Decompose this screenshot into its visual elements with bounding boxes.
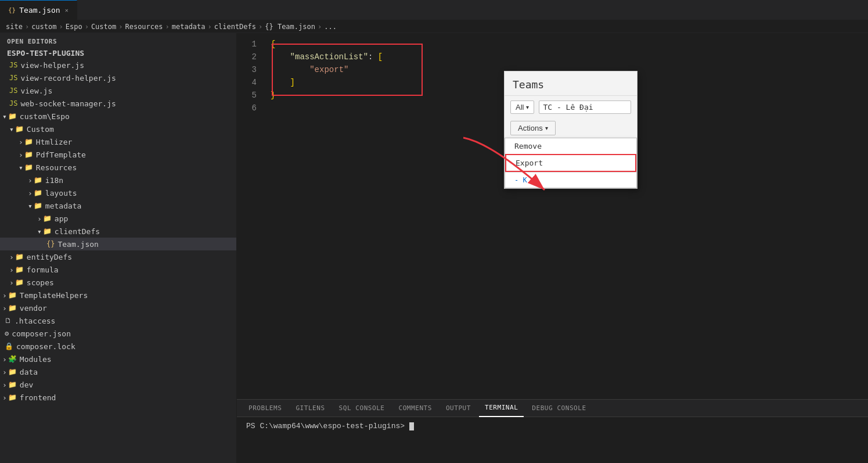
tree-i18n[interactable]: › 📁 i18n [0,174,236,186]
chevron-right-icon: › [37,214,42,223]
tree-custom-espo[interactable]: ▾ 📁 custom\Espo [0,110,236,123]
teams-row-partial: - K [505,172,636,188]
espo-test-plugins-group[interactable]: ESPO-TEST-PLUGINS [0,48,236,59]
panel-tab-problems[interactable]: PROBLEMS [243,400,287,417]
chevron-right-icon: › [2,291,7,300]
teams-actions-dropdown: Remove Export - K [505,138,637,188]
js-icon: JS [9,99,17,107]
tree-modules[interactable]: › 🧩 Modules [0,353,236,365]
tree-composer-lock[interactable]: 🔒 composer.lock [0,340,236,353]
tree-custom[interactable]: ▾ 📁 Custom [0,123,236,135]
tree-entitydefs[interactable]: › 📁 entityDefs [0,250,236,263]
tab-bar: {} Team.json ✕ [0,0,868,20]
main-layout: OPEN EDITORS ESPO-TEST-PLUGINS JS view-h… [0,33,868,463]
tree-composer-json[interactable]: ⚙ composer.json [0,327,236,340]
js-icon: JS [9,61,17,69]
teams-actions-btn[interactable]: Actions ▾ [510,121,556,135]
tree-htaccess[interactable]: 🗋 .htaccess [0,314,236,327]
folder-icon: 📁 [15,125,24,133]
terminal-cursor [409,422,414,430]
tree-vendor[interactable]: › 📁 vendor [0,302,236,314]
open-file-view-helper[interactable]: JS view-helper.js [0,59,236,71]
panel-tab-output[interactable]: OUTPUT [440,400,477,417]
panel-tab-sql-console[interactable]: SQL CONSOLE [333,400,391,417]
folder-icon: 📁 [8,112,17,120]
chevron-right-icon: › [28,189,33,198]
teams-search-input[interactable]: TC - Lê Đại [539,101,631,114]
folder-icon: 📁 [15,265,24,274]
folder-icon: 📁 [8,368,17,376]
tree-resources[interactable]: ▾ 📁 Resources [0,161,236,174]
chevron-right-icon: › [2,368,7,376]
panel-tab-debug-console[interactable]: DEBUG CONSOLE [526,400,592,417]
code-container[interactable]: 1 2 3 4 5 6 { "massActionList": [ "expor… [237,33,868,399]
panel-tab-comments[interactable]: COMMENTS [393,400,438,417]
json-icon: {} [46,240,55,248]
folder-blue-icon: 📁 [34,176,42,184]
panel-tab-gitlens[interactable]: GITLENS [290,400,330,417]
folder-icon: 📁 [24,150,33,159]
open-file-web-socket-manager[interactable]: JS web-socket-manager.js [0,97,236,110]
line-numbers: 1 2 3 4 5 6 [237,38,266,114]
teams-actions-row: Actions ▾ [505,119,637,138]
chevron-down-icon: ▾ [526,104,529,110]
sidebar: OPEN EDITORS ESPO-TEST-PLUGINS JS view-h… [0,33,237,463]
chevron-down-icon: ▾ [19,163,23,172]
composer-icon: ⚙ [5,329,9,338]
tree-formula[interactable]: › 📁 formula [0,263,236,276]
tree-dev[interactable]: › 📁 dev [0,378,236,391]
tree-frontend[interactable]: › 📁 frontend [0,391,236,404]
close-icon[interactable]: ✕ [65,7,69,13]
folder-icon: 📁 [43,227,52,235]
chevron-right-icon: › [2,355,7,364]
editor-area: 1 2 3 4 5 6 { "massActionList": [ "expor… [237,33,868,463]
tree-app[interactable]: › 📁 app [0,212,236,225]
chevron-down-icon: ▾ [2,112,7,121]
js-icon: JS [9,87,17,95]
chevron-right-icon: › [2,381,7,389]
tab-team-json[interactable]: {} Team.json ✕ [0,0,77,20]
tree-pdftemplate[interactable]: › 📁 PdfTemplate [0,148,236,161]
teams-export-item[interactable]: Export [505,154,636,172]
open-editors-title: OPEN EDITORS [0,33,236,48]
file-icon: 🗋 [5,317,12,325]
tree-layouts[interactable]: › 📁 layouts [0,186,236,199]
chevron-down-icon: ▾ [9,125,14,134]
folder-icon: 📁 [24,163,33,171]
breadcrumb: site › custom › Espo › Custom › Resource… [0,20,868,33]
chevron-right-icon: › [9,278,14,287]
tree-data[interactable]: › 📁 data [0,365,236,378]
folder-icon: 📁 [34,202,42,210]
open-file-view[interactable]: JS view.js [0,84,236,97]
json-file-icon: {} [8,6,16,14]
modules-icon: 🧩 [8,355,17,363]
teams-remove-item[interactable]: Remove [505,138,636,154]
chevron-right-icon: › [9,265,14,274]
tree-scopes[interactable]: › 📁 scopes [0,276,236,289]
folder-icon: 📁 [8,304,17,312]
folder-icon: 📁 [15,278,24,286]
terminal-content[interactable]: PS C:\wamp64\www\espo-test-plugins> [237,417,868,463]
chevron-right-icon: › [28,176,33,185]
tree-clientdefs[interactable]: ▾ 📁 clientDefs [0,225,236,238]
teams-all-filter-btn[interactable]: All ▾ [510,101,534,114]
chevron-right-icon: › [9,253,14,261]
lock-icon: 🔒 [5,342,13,350]
folder-red-icon: 📁 [34,189,42,197]
teams-filter-row: All ▾ TC - Lê Đại [505,96,637,119]
chevron-right-icon: › [19,150,23,159]
teams-title: Teams [505,71,637,96]
tree-team-json[interactable]: {} Team.json [0,238,236,250]
folder-icon: 📁 [24,138,33,146]
teams-popup: Teams All ▾ TC - Lê Đại Actions ▾ [504,71,638,189]
panel-tab-terminal[interactable]: TERMINAL [479,400,524,417]
open-file-view-record-helper[interactable]: JS view-record-helper.js [0,71,236,84]
folder-icon: 📁 [8,393,17,401]
tree-template-helpers[interactable]: › 📁 TemplateHelpers [0,289,236,302]
tree-htmlizer[interactable]: › 📁 Htmlizer [0,135,236,148]
chevron-right-icon: › [2,304,7,313]
folder-icon: 📁 [15,253,24,261]
js-icon: JS [9,74,17,82]
folder-icon: 📁 [8,381,17,389]
tree-metadata[interactable]: ▾ 📁 metadata [0,199,236,212]
